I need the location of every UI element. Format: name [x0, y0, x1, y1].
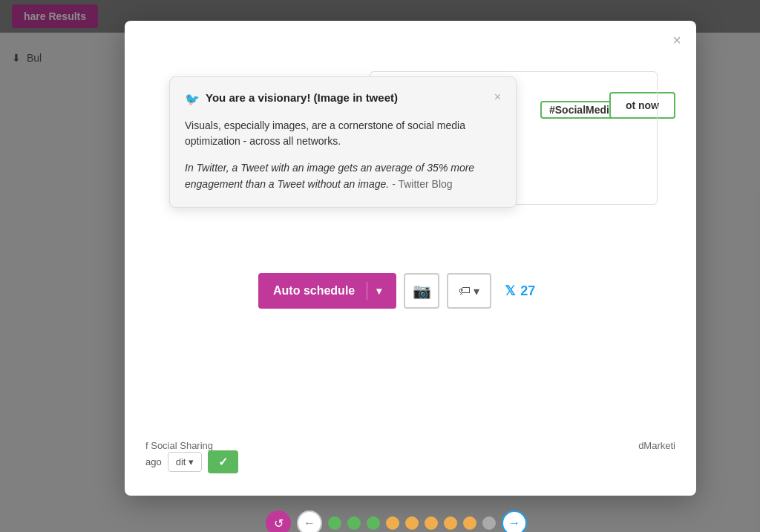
tag-arrow-icon: ▾ — [474, 284, 479, 298]
tooltip-body-main: Visuals, especially images, are a corner… — [185, 118, 501, 150]
forward-button[interactable]: → — [502, 510, 527, 532]
camera-icon: 📷 — [413, 282, 431, 300]
dot-1 — [328, 516, 341, 530]
tooltip-header: 🐦 You are a visionary! (Image in tweet) … — [185, 91, 501, 108]
camera-button[interactable]: 📷 — [404, 273, 439, 309]
dot-8 — [463, 516, 476, 530]
bg-ago-label: ago — [145, 456, 162, 467]
tag-icon: 🏷 — [459, 284, 471, 298]
auto-schedule-arrow-icon: ▾ — [370, 285, 381, 297]
bg-check-button[interactable]: ✓ — [208, 450, 238, 473]
refresh-button[interactable]: ↺ — [266, 510, 291, 532]
dot-5 — [405, 516, 419, 530]
tooltip-source: - Twitter Blog — [392, 178, 452, 190]
dot-2 — [347, 516, 361, 530]
tooltip-close-button[interactable]: × — [494, 91, 501, 104]
twitter-bird-icon: 𝕏 — [505, 283, 516, 299]
bg-edit-label: dit — [176, 456, 186, 467]
dot-9 — [482, 516, 496, 530]
dot-timeline-row: ↺ ← → — [258, 510, 527, 532]
dot-3 — [367, 516, 380, 530]
tooltip-popover: 🐦 You are a visionary! (Image in tweet) … — [169, 76, 517, 208]
dot-7 — [444, 516, 457, 530]
bg-dmarketing-label: dMarketi — [638, 440, 675, 451]
dot-4 — [386, 516, 399, 530]
tooltip-title-text: You are a visionary! (Image in tweet) — [206, 91, 398, 105]
bg-edit-arrow-icon: ▾ — [189, 456, 194, 467]
bg-edit-btn[interactable]: dit ▾ — [168, 452, 203, 472]
bg-edit-row: ago dit ▾ ✓ — [145, 450, 238, 473]
tooltip-body-italic: In Twitter, a Tweet with an image gets a… — [185, 160, 501, 192]
auto-schedule-divider — [367, 282, 367, 300]
twitter-count-display: 𝕏 27 — [505, 283, 535, 299]
back-button[interactable]: ← — [297, 510, 322, 532]
modal-close-button[interactable]: × — [672, 33, 681, 47]
auto-schedule-label: Auto schedule — [273, 284, 364, 298]
action-buttons-row: Auto schedule ▾ 📷 🏷 ▾ 𝕏 27 — [258, 273, 535, 309]
auto-schedule-button[interactable]: Auto schedule ▾ — [258, 273, 396, 309]
main-modal: × icial Sharing undAgent #SocialMedia ot… — [125, 21, 696, 496]
twitter-bird-tooltip-icon: 🐦 — [185, 91, 200, 108]
dot-6 — [425, 516, 438, 530]
tooltip-title: 🐦 You are a visionary! (Image in tweet) — [185, 91, 488, 108]
bg-social-sharing-bottom: f Social Sharing — [145, 440, 213, 451]
twitter-count-value: 27 — [520, 283, 535, 299]
tag-button[interactable]: 🏷 ▾ — [447, 273, 491, 309]
modal-overlay: × icial Sharing undAgent #SocialMedia ot… — [0, 0, 760, 532]
